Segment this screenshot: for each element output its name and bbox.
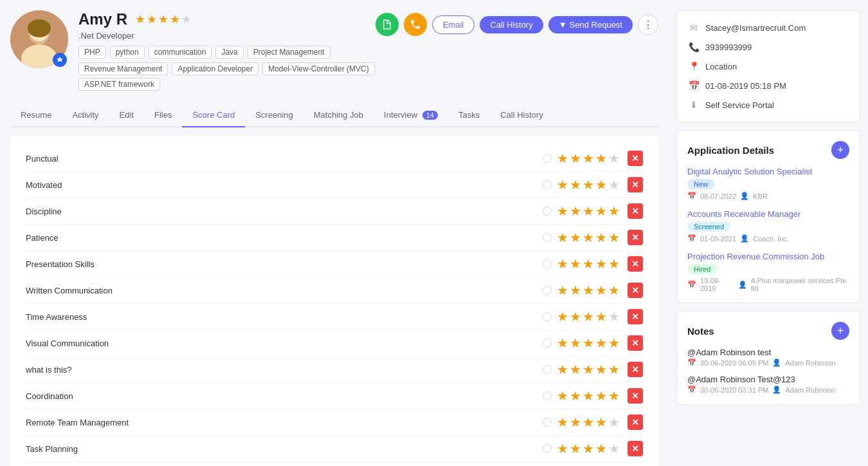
score-star[interactable]: ★ [608, 283, 620, 298]
score-star[interactable]: ★ [608, 388, 620, 404]
score-star[interactable]: ★ [570, 388, 581, 404]
score-star[interactable]: ★ [583, 388, 594, 404]
score-star[interactable]: ★ [557, 309, 568, 324]
score-star[interactable]: ★ [570, 256, 581, 272]
score-radio[interactable] [543, 391, 552, 400]
score-star[interactable]: ★ [557, 388, 568, 404]
score-star[interactable]: ★ [595, 283, 607, 298]
send-request-button[interactable]: ▼ Send Request [548, 16, 633, 33]
score-star[interactable]: ★ [570, 415, 581, 430]
score-star[interactable]: ★ [570, 335, 581, 351]
tab-files[interactable]: Files [144, 104, 182, 127]
delete-score-button[interactable]: ✕ [628, 335, 643, 351]
add-note-button[interactable]: + [831, 322, 849, 340]
score-star[interactable]: ★ [583, 335, 594, 351]
score-star[interactable]: ★ [595, 441, 607, 456]
app-job-link[interactable]: Projection Revenue Commission Job [687, 252, 849, 261]
score-star[interactable]: ★ [557, 415, 568, 430]
score-radio[interactable] [543, 365, 552, 374]
score-star[interactable]: ★ [557, 177, 568, 192]
delete-score-button[interactable]: ✕ [628, 388, 643, 404]
tab-activity[interactable]: Activity [62, 104, 109, 127]
score-star[interactable]: ★ [608, 203, 620, 219]
score-star[interactable]: ★ [557, 362, 568, 377]
delete-score-button[interactable]: ✕ [628, 230, 643, 245]
score-star[interactable]: ★ [583, 283, 594, 298]
score-star[interactable]: ★ [583, 415, 594, 430]
score-star[interactable]: ★ [570, 177, 581, 192]
score-star[interactable]: ★ [583, 177, 594, 192]
score-star[interactable]: ★ [583, 309, 594, 324]
document-icon-button[interactable] [375, 13, 399, 36]
tab-scorecard[interactable]: Score Card [182, 104, 245, 127]
score-star[interactable]: ★ [570, 441, 581, 456]
delete-score-button[interactable]: ✕ [628, 309, 643, 324]
app-job-link[interactable]: Accounts Receivable Manager [687, 209, 849, 219]
score-star[interactable]: ★ [595, 177, 607, 192]
tab-call-history[interactable]: Call History [490, 104, 553, 127]
score-radio[interactable] [543, 207, 552, 216]
phone-icon-button[interactable] [404, 13, 427, 36]
score-star[interactable]: ★ [583, 256, 594, 272]
delete-score-button[interactable]: ✕ [628, 177, 643, 192]
score-star[interactable]: ★ [583, 151, 594, 166]
score-star[interactable]: ★ [583, 362, 594, 377]
score-star[interactable]: ★ [608, 362, 620, 377]
score-star[interactable]: ★ [595, 230, 607, 245]
delete-score-button[interactable]: ✕ [628, 203, 643, 219]
delete-score-button[interactable]: ✕ [628, 415, 643, 430]
score-star[interactable]: ★ [608, 151, 620, 166]
score-radio[interactable] [543, 259, 552, 268]
score-star[interactable]: ★ [608, 256, 620, 272]
score-star[interactable]: ★ [570, 230, 581, 245]
score-star[interactable]: ★ [608, 415, 620, 430]
score-star[interactable]: ★ [608, 309, 620, 324]
score-star[interactable]: ★ [557, 230, 568, 245]
tab-tasks[interactable]: Tasks [448, 104, 490, 127]
score-star[interactable]: ★ [557, 283, 568, 298]
delete-score-button[interactable]: ✕ [628, 441, 643, 456]
score-star[interactable]: ★ [570, 151, 581, 166]
app-job-link[interactable]: Digital Analytic Solution Specialist [687, 167, 849, 176]
score-star[interactable]: ★ [583, 230, 594, 245]
score-star[interactable]: ★ [570, 283, 581, 298]
score-star[interactable]: ★ [595, 335, 607, 351]
score-star[interactable]: ★ [557, 335, 568, 351]
score-star[interactable]: ★ [595, 151, 607, 166]
score-star[interactable]: ★ [608, 177, 620, 192]
score-radio[interactable] [543, 286, 552, 295]
score-star[interactable]: ★ [557, 151, 568, 166]
score-star[interactable]: ★ [595, 309, 607, 324]
score-star[interactable]: ★ [608, 335, 620, 351]
tab-interview[interactable]: Interview 14 [374, 104, 448, 127]
score-star[interactable]: ★ [583, 203, 594, 219]
score-star[interactable]: ★ [595, 256, 607, 272]
score-star[interactable]: ★ [583, 441, 594, 456]
tab-matching-job[interactable]: Matching Job [303, 104, 374, 127]
delete-score-button[interactable]: ✕ [628, 151, 643, 166]
score-radio[interactable] [543, 233, 552, 242]
score-star[interactable]: ★ [608, 230, 620, 245]
score-star[interactable]: ★ [570, 203, 581, 219]
score-star[interactable]: ★ [557, 203, 568, 219]
score-star[interactable]: ★ [570, 309, 581, 324]
score-radio[interactable] [543, 180, 552, 189]
tab-edit[interactable]: Edit [109, 104, 144, 127]
score-star[interactable]: ★ [608, 441, 620, 456]
score-star[interactable]: ★ [557, 256, 568, 272]
score-star[interactable]: ★ [595, 415, 607, 430]
call-history-button[interactable]: Call History [480, 16, 543, 33]
more-options-button[interactable]: ⋮ [638, 14, 658, 35]
score-radio[interactable] [543, 418, 552, 427]
score-star[interactable]: ★ [557, 441, 568, 456]
score-radio[interactable] [543, 444, 552, 453]
tab-screening[interactable]: Screening [245, 104, 303, 127]
delete-score-button[interactable]: ✕ [628, 362, 643, 377]
score-radio[interactable] [543, 154, 552, 163]
score-star[interactable]: ★ [570, 362, 581, 377]
score-radio[interactable] [543, 339, 552, 348]
tab-resume[interactable]: Resume [10, 104, 62, 127]
score-star[interactable]: ★ [595, 362, 607, 377]
email-button[interactable]: Email [432, 15, 475, 34]
score-radio[interactable] [543, 312, 552, 321]
